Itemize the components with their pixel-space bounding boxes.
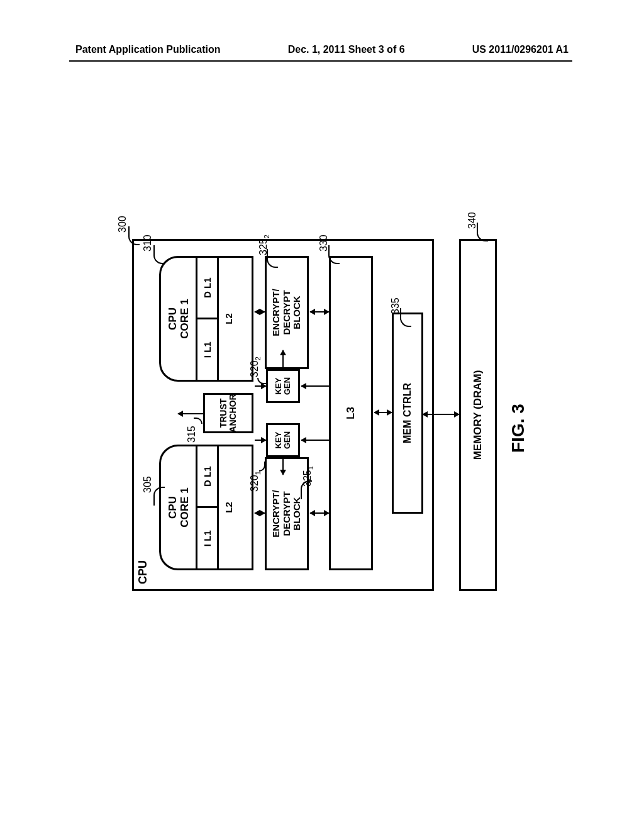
ref-315-val: 315 <box>186 426 197 443</box>
ref-310: 310 <box>142 235 153 252</box>
core1-title: CPU CORE 1 <box>161 446 191 568</box>
ref-300-val: 300 <box>117 216 128 233</box>
l3-cache: L3 <box>329 256 373 570</box>
arrow <box>301 385 329 387</box>
lead-icon <box>128 226 140 245</box>
core2-title: CPU CORE 1 <box>161 258 191 380</box>
ref-305: 305 <box>142 476 153 493</box>
ref-335-val: 335 <box>390 297 401 314</box>
ref-330-val: 330 <box>318 235 329 252</box>
ref-340-val: 340 <box>467 212 477 229</box>
ref-320-2-val: 320 <box>249 360 260 377</box>
ref-300: 300 <box>117 216 128 233</box>
core2-dl1: D L1 <box>197 258 217 318</box>
key-gen-2: KEY GEN <box>266 369 300 403</box>
arrow <box>310 512 329 514</box>
header-mid: Dec. 1, 2011 Sheet 3 of 6 <box>288 44 405 55</box>
header-right: US 2011/0296201 A1 <box>472 44 569 55</box>
core2-l1-row: I L1 D L1 <box>196 258 217 380</box>
core1-l1-row: I L1 D L1 <box>196 446 217 568</box>
mem-controller: MEM CTRLR <box>392 313 423 514</box>
arrow <box>255 440 266 441</box>
figure-3: CPU CPU CORE 1 I L1 D L1 L2 CPU CORE 1 I… <box>119 201 522 604</box>
core2-il1: I L1 <box>197 318 217 380</box>
encrypt-decrypt-2: ENCRYPT/ DECRYPT BLOCK <box>265 256 309 369</box>
ref-310-val: 310 <box>142 235 153 252</box>
figure-wrap: CPU CPU CORE 1 I L1 D L1 L2 CPU CORE 1 I… <box>119 201 522 604</box>
figure-caption: FIG. 3 <box>508 404 528 453</box>
ref-315: 315 <box>186 426 197 443</box>
arrow <box>178 413 203 414</box>
arrow <box>255 385 266 387</box>
page-header: Patent Application Publication Dec. 1, 2… <box>0 44 644 55</box>
memory-dram: MEMORY (DRAM) <box>459 239 497 591</box>
arrow <box>282 457 284 475</box>
arrow <box>282 350 284 368</box>
core1-dl1: D L1 <box>197 446 217 507</box>
ref-320-1: 3201 <box>249 471 262 492</box>
arrow <box>301 440 329 441</box>
arrow <box>423 414 459 415</box>
cpu-core-1: CPU CORE 1 I L1 D L1 L2 <box>159 445 253 570</box>
patent-page: Patent Application Publication Dec. 1, 2… <box>0 0 644 830</box>
core2-l2: L2 <box>217 258 238 380</box>
key-gen-1: KEY GEN <box>266 423 300 457</box>
ref-305-val: 305 <box>142 476 153 493</box>
ref-320-1-val: 320 <box>249 475 260 492</box>
cpu-label: CPU <box>136 560 150 584</box>
lead-icon <box>153 487 165 506</box>
header-left: Patent Application Publication <box>75 44 221 55</box>
arrow <box>374 412 392 413</box>
header-rule <box>69 60 572 62</box>
arrow <box>255 512 265 514</box>
cpu-core-2: CPU CORE 1 I L1 D L1 L2 <box>159 256 253 382</box>
lead-icon <box>301 480 312 499</box>
ref-320-2: 3202 <box>249 357 262 377</box>
core1-l2: L2 <box>217 446 238 568</box>
arrow <box>310 311 329 313</box>
trust-anchor: TRUST ANCHOR <box>203 393 253 433</box>
cpu-outline: CPU CPU CORE 1 I L1 D L1 L2 CPU CORE 1 I… <box>132 239 434 591</box>
arrow <box>255 311 265 313</box>
core1-il1: I L1 <box>197 507 217 569</box>
